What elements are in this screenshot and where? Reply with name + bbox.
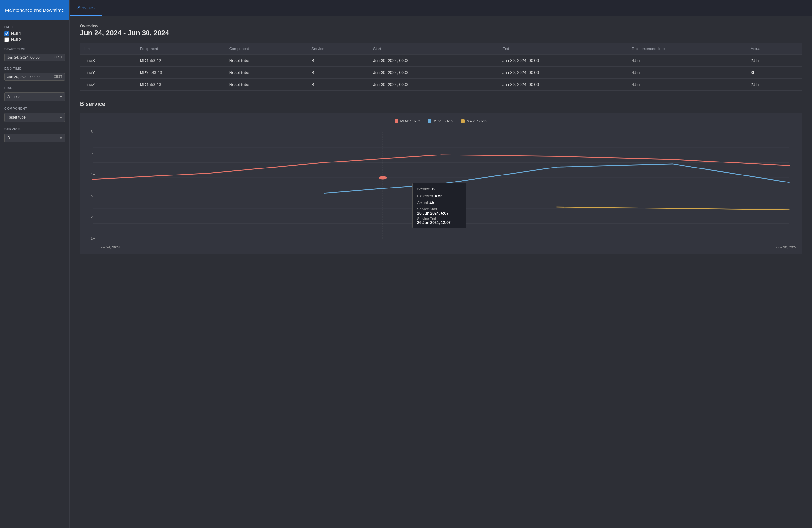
legend-item: MD4553-13 [427,119,453,124]
end-time-label: END TIME [4,67,65,70]
start-time-value: Jun 24, 2024, 00:00 [7,56,40,59]
hall2-checkbox-row[interactable]: Hall 2 [4,38,65,42]
component-select[interactable]: Reset tube [4,113,65,122]
col-service: Service [307,43,368,55]
cell-start: Jun 30, 2024, 00:00 [368,79,498,91]
cell-service: B [307,79,368,91]
col-recommended: Reccomended time [627,43,746,55]
main-content: Overview Jun 24, 2024 - Jun 30, 2024 Lin… [70,16,812,528]
cell-line: LineX [80,55,135,67]
y-axis-label: 4H [85,172,97,176]
start-time-tz: CEST [54,56,62,59]
col-line: Line [80,43,135,55]
y-axis-label: 1H [85,237,97,240]
chart-container: MD4553-12MD4553-13MPYTS3-13 Service B Ex… [80,113,802,254]
legend-label: MD4553-13 [433,119,453,124]
hall1-checkbox-row[interactable]: Hall 1 [4,31,65,36]
component-label: COMPONENT [4,107,65,111]
overview-label: Overview [80,24,802,28]
x-label-end: June 30, 2024 [774,245,797,249]
start-time-label: START TIME [4,47,65,51]
col-start: Start [368,43,498,55]
line-select-wrapper: All lines LineX LineY LineZ ▼ [4,92,65,101]
line-label: LINE [4,86,65,90]
date-range: Jun 24, 2024 - Jun 30, 2024 [80,29,802,37]
cell-service: B [307,67,368,79]
tabs-bar: Services [70,0,812,16]
overview-table: Line Equipment Component Service Start E… [80,43,802,91]
start-time-input[interactable]: Jun 24, 2024, 00:00 CEST [4,54,65,61]
y-axis-label: 2H [85,215,97,219]
service-select[interactable]: B A C [4,133,65,142]
cell-end: Jun 30, 2024, 00:00 [498,55,627,67]
y-axis-label: 3H [85,194,97,198]
legend-label: MD4553-12 [400,119,420,124]
chart-svg [85,129,797,249]
col-component: Component [225,43,307,55]
cell-recommended: 4.5h [627,67,746,79]
start-time-filter: START TIME Jun 24, 2024, 00:00 CEST [4,47,65,61]
svg-point-7 [379,176,387,180]
cell-actual: 2.5h [746,55,802,67]
cell-component: Reset tube [225,79,307,91]
cell-actual: 3h [746,67,802,79]
cell-component: Reset tube [225,55,307,67]
legend-color [427,119,431,123]
end-time-tz: CEST [54,75,62,79]
legend-item: MD4553-12 [395,119,420,124]
cell-end: Jun 30, 2024, 00:00 [498,67,627,79]
sidebar-header: Maintenance and Downtime [0,0,70,20]
component-select-wrapper: Reset tube ▼ [4,113,65,122]
hall2-label: Hall 2 [11,38,21,42]
cell-service: B [307,55,368,67]
component-filter: COMPONENT Reset tube ▼ [4,107,65,122]
hall1-label: Hall 1 [11,31,21,36]
y-axis-label: 5H [85,151,97,155]
end-time-filter: END TIME Jun 30, 2024, 00:00 CEST [4,67,65,81]
end-time-value: Jun 30, 2024, 00:00 [7,75,40,79]
hall-label: HALL [4,25,65,29]
line-select[interactable]: All lines LineX LineY LineZ [4,92,65,101]
col-equipment: Equipment [135,43,225,55]
chart-legend: MD4553-12MD4553-13MPYTS3-13 [85,119,797,124]
service-select-wrapper: B A C ▼ [4,133,65,142]
col-end: End [498,43,627,55]
cell-end: Jun 30, 2024, 00:00 [498,79,627,91]
hall2-checkbox[interactable] [4,38,9,42]
service-label: SERVICE [4,128,65,131]
cell-line: LineY [80,67,135,79]
legend-color [395,119,398,123]
y-axis-label: 6H [85,130,97,133]
cell-start: Jun 30, 2024, 00:00 [368,55,498,67]
sidebar-content: HALL Hall 1 Hall 2 START TIME Jun 24, 20… [0,20,70,528]
tab-services[interactable]: Services [70,0,102,16]
table-row: LineYMPYTS3-13Reset tubeBJun 30, 2024, 0… [80,67,802,79]
cell-equipment: MD4553-13 [135,79,225,91]
legend-color [461,119,465,123]
chart-title: B service [80,101,802,108]
col-actual: Actual [746,43,802,55]
table-row: LineXMD4553-12Reset tubeBJun 30, 2024, 0… [80,55,802,67]
line-filter: LINE All lines LineX LineY LineZ ▼ [4,86,65,101]
end-time-input[interactable]: Jun 30, 2024, 00:00 CEST [4,73,65,81]
x-label-start: June 24, 2024 [98,245,120,249]
table-row: LineZMD4553-13Reset tubeBJun 30, 2024, 0… [80,79,802,91]
cell-component: Reset tube [225,67,307,79]
cell-equipment: MPYTS3-13 [135,67,225,79]
cell-start: Jun 30, 2024, 00:00 [368,67,498,79]
main-panel: Services Overview Jun 24, 2024 - Jun 30,… [70,0,812,528]
hall-filter: HALL Hall 1 Hall 2 [4,25,65,42]
cell-equipment: MD4553-12 [135,55,225,67]
cell-recommended: 4.5h [627,79,746,91]
hall1-checkbox[interactable] [4,31,9,36]
legend-label: MPYTS3-13 [467,119,487,124]
service-filter: SERVICE B A C ▼ [4,128,65,142]
sidebar: Maintenance and Downtime HALL Hall 1 Hal… [0,0,70,528]
sidebar-title: Maintenance and Downtime [5,7,64,13]
cell-line: LineZ [80,79,135,91]
legend-item: MPYTS3-13 [461,119,487,124]
chart-area: Service B Expected 4.5h Actual 4h Servic… [85,129,797,249]
cell-actual: 2.5h [746,79,802,91]
cell-recommended: 4.5h [627,55,746,67]
